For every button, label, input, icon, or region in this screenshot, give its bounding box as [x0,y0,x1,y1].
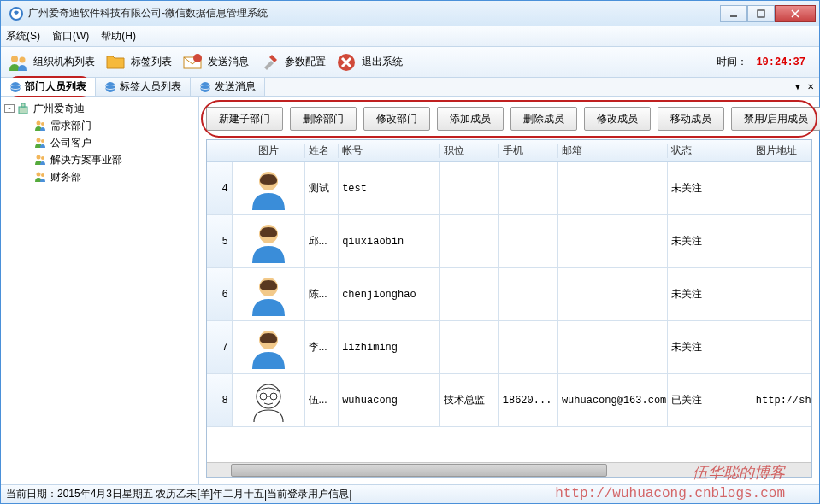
col-email[interactable]: 邮箱 [558,144,668,158]
org-icon [16,102,30,115]
tab-dropdown-icon[interactable]: ▼ [793,82,802,91]
status-date-label: 当前日期： [6,487,57,501]
globe-icon [104,81,116,93]
move-member-button[interactable]: 移动成员 [658,107,724,131]
cell-mobile [499,268,558,320]
maximize-button[interactable] [747,5,775,22]
cell-status: 未关注 [668,321,752,373]
edit-dept-button[interactable]: 修改部门 [363,107,430,131]
tree-node-label: 财务部 [50,170,81,185]
add-member-button[interactable]: 添加成员 [437,107,504,131]
status-user-label: 当前登录用户信息 [267,487,349,501]
svg-point-25 [41,156,44,160]
col-mobile[interactable]: 手机 [499,144,558,158]
cell-status: 未关注 [668,268,752,320]
folder-icon [103,50,127,74]
table-row[interactable]: 6陈...chenjionghao未关注 [207,268,811,321]
new-subdept-button[interactable]: 新建子部门 [206,107,283,131]
member-grid: 图片 姓名 帐号 职位 手机 邮箱 状态 图片地址 4测试test未关注5邱..… [206,139,812,478]
svg-point-20 [37,121,41,126]
cell-mobile: 18620... [499,374,558,426]
menu-system[interactable]: 系统(S) [6,29,40,44]
status-sep: | [349,489,351,501]
time-value: 10:24:37 [756,56,805,68]
people-icon [6,50,30,74]
cell-image-url [752,162,811,214]
col-image[interactable]: 图片 [233,144,305,158]
table-row[interactable]: 7李...lizhiming未关注 [207,321,811,374]
cell-email [558,268,668,320]
cell-account: chenjionghao [339,268,439,320]
dept-tree: - 广州爱奇迪 需求部门 公司客户 解决方案事业部 财务部 [1,97,199,484]
tab-close-icon[interactable]: ✕ [807,82,814,91]
col-name[interactable]: 姓名 [305,144,339,158]
cell-mobile [499,321,558,373]
toggle-member-button[interactable]: 禁用/启用成员 [731,107,820,131]
col-status[interactable]: 状态 [668,144,752,158]
tab-right-controls: ▼ ✕ [788,78,819,96]
table-row[interactable]: 5邱...qiuxiaobin未关注 [207,215,811,268]
main-toolbar: 组织机构列表 标签列表 发送消息 参数配置 退出系统 时间： 10:24:37 [1,47,819,78]
people-icon [33,119,47,132]
tree-root[interactable]: - 广州爱奇迪 [1,100,198,117]
table-row[interactable]: 4测试test未关注 [207,162,811,215]
tree-node[interactable]: 需求部门 [1,117,198,134]
tree-node-label: 需求部门 [50,119,91,133]
row-index: 6 [207,268,233,320]
tree-node[interactable]: 解决方案事业部 [1,151,198,168]
menu-help[interactable]: 帮助(H) [101,29,136,44]
svg-point-23 [41,139,44,143]
col-position[interactable]: 职位 [440,144,499,158]
cell-status: 未关注 [668,162,752,214]
toolbar-exit[interactable]: 退出系统 [334,50,403,74]
toolbar-org-list[interactable]: 组织机构列表 [6,50,95,74]
window-controls [720,5,816,22]
tree-node[interactable]: 财务部 [1,168,198,185]
table-row[interactable]: 8伍...wuhuacong技术总监18620...wuhuacong@163.… [207,374,811,427]
main-content: - 广州爱奇迪 需求部门 公司客户 解决方案事业部 财务部 [1,97,819,484]
expander-icon[interactable]: - [4,104,15,113]
cell-image [233,162,305,214]
col-image-url[interactable]: 图片地址 [752,144,811,158]
delete-member-button[interactable]: 删除成员 [510,107,577,131]
avatar-icon [247,379,290,422]
close-button[interactable] [775,5,816,22]
tab-tag-members[interactable]: 标签人员列表 [96,78,191,96]
cell-email: wuhuacong@163.com [558,374,668,426]
toolbar-params-label: 参数配置 [285,55,326,69]
col-account[interactable]: 帐号 [339,144,439,158]
toolbar-params[interactable]: 参数配置 [257,50,326,74]
svg-rect-19 [21,103,25,107]
svg-rect-2 [758,10,764,17]
window-title: 广州爱奇迪软件科技有限公司-微信数据信息管理系统 [28,6,720,21]
horizontal-scrollbar[interactable] [207,462,811,477]
cell-account: wuhuacong [339,374,439,426]
grid-body[interactable]: 4测试test未关注5邱...qiuxiaobin未关注6陈...chenjio… [207,162,811,462]
avatar-icon [247,167,290,210]
wrench-icon [257,50,281,74]
tab-label: 部门人员列表 [25,79,86,94]
svg-point-26 [37,173,41,177]
row-index: 7 [207,321,233,373]
svg-point-12 [10,82,21,92]
menu-window[interactable]: 窗口(W) [52,29,89,44]
tree-node[interactable]: 公司客户 [1,134,198,151]
scrollbar-thumb[interactable] [231,464,607,477]
avatar-icon [247,273,290,316]
mail-icon [180,50,204,74]
time-label: 时间： [717,55,747,69]
svg-point-22 [37,138,41,143]
tab-send-message[interactable]: 发送消息 [191,78,265,96]
delete-dept-button[interactable]: 删除部门 [290,107,357,131]
minimize-button[interactable] [720,5,747,22]
edit-member-button[interactable]: 修改成员 [584,107,651,131]
toolbar-tag-label: 标签列表 [131,55,172,69]
toolbar-tag-list[interactable]: 标签列表 [103,50,172,74]
content-pane: 新建子部门 删除部门 修改部门 添加成员 删除成员 修改成员 移动成员 禁用/启… [199,97,819,484]
tab-dept-members[interactable]: 部门人员列表 [1,78,96,96]
cell-image [233,321,305,373]
avatar-icon [247,326,290,369]
svg-point-5 [11,56,18,62]
toolbar-send-message[interactable]: 发送消息 [180,50,249,74]
cell-position: 技术总监 [440,374,499,426]
